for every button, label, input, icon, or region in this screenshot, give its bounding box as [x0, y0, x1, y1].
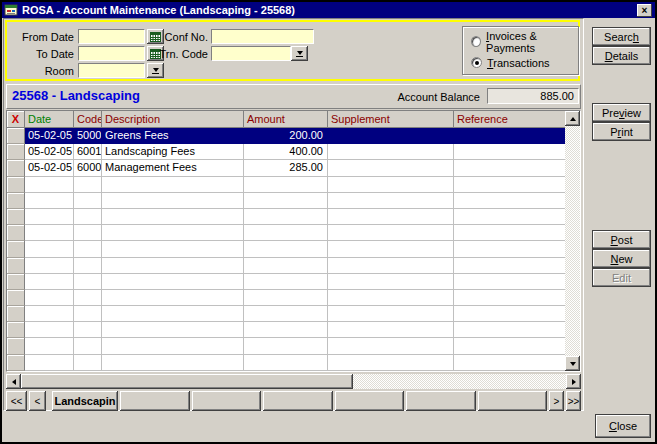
row-selector[interactable]	[7, 322, 25, 338]
column-header-reference[interactable]: Reference	[454, 111, 565, 128]
conf-no-field[interactable]	[211, 29, 314, 44]
cell-reference	[454, 144, 565, 160]
row-selector[interactable]	[7, 160, 25, 176]
tab-empty-3[interactable]	[335, 391, 405, 411]
tab-prev-button[interactable]: <	[29, 391, 46, 411]
scroll-right-button[interactable]	[566, 374, 581, 389]
cell-description: Management Fees	[102, 160, 244, 176]
cell-amount	[244, 258, 328, 274]
room-label: Room	[2, 65, 74, 78]
vertical-scrollbar[interactable]	[565, 111, 580, 371]
table-row[interactable]	[7, 241, 565, 257]
table-row[interactable]	[7, 306, 565, 322]
column-header-amount[interactable]: Amount	[244, 111, 328, 128]
row-selector[interactable]	[7, 193, 25, 209]
cell-reference	[454, 193, 565, 209]
table-row[interactable]: 05-02-056000Management Fees285.00	[7, 160, 565, 176]
cell-amount: 400.00	[244, 144, 328, 160]
row-selector[interactable]	[7, 355, 25, 371]
cell-description	[102, 274, 244, 290]
dropdown-bar-icon	[152, 73, 159, 74]
row-selector[interactable]	[7, 290, 25, 306]
tab-next-button[interactable]: >	[549, 391, 564, 411]
tab-empty-1[interactable]	[192, 391, 262, 411]
preview-button[interactable]: Preview	[592, 103, 651, 122]
radio-option-1[interactable]: Transactions	[471, 56, 550, 69]
scroll-up-button[interactable]	[565, 111, 580, 126]
cell-description	[102, 225, 244, 241]
table-row[interactable]: 05-02-055000Greens Fees200.00	[7, 128, 565, 144]
cell-amount	[244, 241, 328, 257]
cell-amount	[244, 274, 328, 290]
trn-code-dropdown-button[interactable]	[291, 46, 308, 61]
table-row[interactable]	[7, 193, 565, 209]
close-button[interactable]: Close	[595, 414, 651, 438]
new-button[interactable]: New	[592, 249, 651, 268]
tab-landscaping[interactable]: Landscapin	[52, 391, 118, 411]
row-selector[interactable]	[7, 177, 25, 193]
cell-reference	[454, 290, 565, 306]
tab-first-button[interactable]: <<	[6, 391, 27, 411]
row-selector[interactable]	[7, 128, 25, 144]
tab-empty-5[interactable]	[478, 391, 548, 411]
room-input[interactable]	[78, 63, 145, 78]
cell-code: 5000	[74, 128, 102, 144]
table-row[interactable]	[7, 274, 565, 290]
table-row[interactable]: 05-02-056001Landscaping Fees400.00	[7, 144, 565, 160]
row-selector[interactable]	[7, 225, 25, 241]
tab-empty-0[interactable]	[120, 391, 190, 411]
row-selector[interactable]	[7, 274, 25, 290]
cell-reference	[454, 306, 565, 322]
conf-no-input[interactable]	[211, 29, 314, 44]
cell-reference	[454, 274, 565, 290]
cell-date	[25, 241, 74, 257]
down-arrow-icon	[570, 362, 576, 366]
row-selector[interactable]	[7, 338, 25, 354]
room-field[interactable]	[78, 63, 145, 78]
horizontal-scrollbar-thumb[interactable]	[21, 374, 353, 389]
horizontal-scrollbar[interactable]	[6, 374, 581, 389]
table-row[interactable]	[7, 338, 565, 354]
print-button[interactable]: Print	[592, 122, 651, 141]
cell-description	[102, 306, 244, 322]
trn-code-field[interactable]	[211, 46, 291, 61]
cell-supplement	[328, 322, 454, 338]
titlebar-close-button[interactable]: ×	[637, 4, 652, 17]
column-header-supplement[interactable]: Supplement	[328, 111, 454, 128]
tab-empty-4[interactable]	[406, 391, 476, 411]
cell-amount	[244, 193, 328, 209]
cell-amount	[244, 177, 328, 193]
table-row[interactable]	[7, 209, 565, 225]
scroll-left-button[interactable]	[6, 374, 21, 389]
tab-empty-2[interactable]	[263, 391, 333, 411]
table-row[interactable]	[7, 258, 565, 274]
row-selector[interactable]	[7, 258, 25, 274]
row-selector[interactable]	[7, 241, 25, 257]
column-header-date[interactable]: Date	[25, 111, 74, 128]
cell-code	[74, 306, 102, 322]
table-row[interactable]	[7, 290, 565, 306]
room-dropdown-button[interactable]	[147, 63, 164, 78]
table-row[interactable]	[7, 322, 565, 338]
row-selector[interactable]	[7, 209, 25, 225]
table-row[interactable]	[7, 355, 565, 371]
column-header-x[interactable]: X	[7, 111, 25, 128]
trn-code-input[interactable]	[211, 46, 291, 61]
cell-date: 05-02-05	[25, 160, 74, 176]
dropdown-arrow-icon	[153, 68, 159, 72]
column-header-description[interactable]: Description	[102, 111, 244, 128]
details-button[interactable]: Details	[592, 46, 651, 65]
column-header-code[interactable]: Code	[74, 111, 102, 128]
to-date-label: To Date	[2, 48, 74, 61]
post-button[interactable]: Post	[592, 230, 651, 249]
row-selector[interactable]	[7, 144, 25, 160]
row-selector[interactable]	[7, 306, 25, 322]
tab-last-button[interactable]: >>	[566, 391, 581, 411]
scroll-down-button[interactable]	[565, 356, 580, 371]
cell-description	[102, 290, 244, 306]
radio-option-0[interactable]: Invoices & Payments	[471, 35, 578, 48]
table-row[interactable]	[7, 177, 565, 193]
titlebar: ROSA - Account Maintenance (Landscaping …	[2, 2, 655, 18]
table-row[interactable]	[7, 225, 565, 241]
search-button[interactable]: Search	[592, 27, 651, 46]
